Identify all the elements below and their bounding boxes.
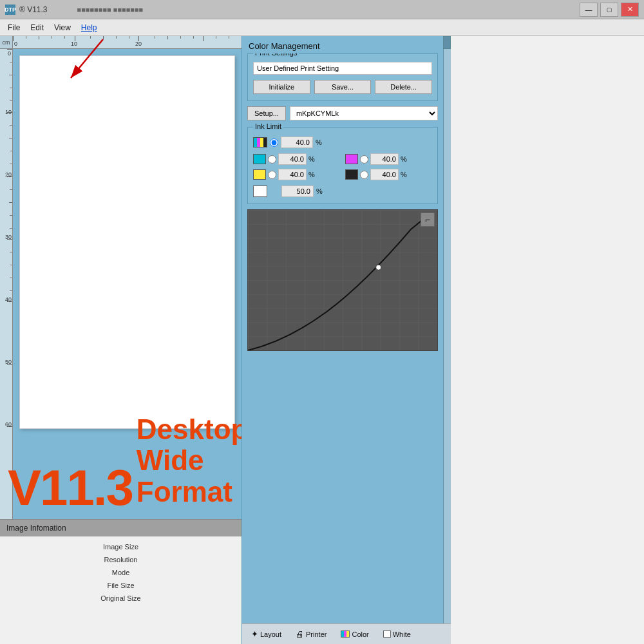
tab-layout[interactable]: ✦ Layout xyxy=(247,627,285,641)
initialize-button[interactable]: Initialize xyxy=(253,80,310,94)
app-icon: DTP xyxy=(5,5,15,15)
info-file-size: File Size xyxy=(13,582,229,589)
info-resolution: Resolution xyxy=(13,556,229,564)
cmyk-radio[interactable] xyxy=(270,138,278,147)
color-label: Color xyxy=(352,630,368,638)
ink-limit-label: Ink Limit xyxy=(253,122,283,130)
ink-limit-group: Ink Limit % % xyxy=(247,127,438,204)
color-management-title: Color Management xyxy=(242,36,451,53)
tab-color[interactable]: Color xyxy=(337,629,372,640)
doc-row: 0 10 20 30 40 50 60 xyxy=(0,49,242,519)
yellow-value-input[interactable] xyxy=(278,169,307,180)
image-info-content: Image Size Resolution Mode File Size Ori… xyxy=(0,536,242,644)
yellow-black-row: % % xyxy=(253,169,432,180)
tab-white[interactable]: White xyxy=(379,629,415,640)
curve-chart xyxy=(248,210,437,350)
yellow-cell: % xyxy=(253,169,340,180)
cyan-color-icon xyxy=(253,154,266,164)
print-settings-buttons: Initialize Save... Delete... xyxy=(253,80,432,94)
canvas-area: cm 0 10 20 xyxy=(0,36,242,519)
right-panel: Color Management Print Settings User Def… xyxy=(242,36,451,644)
white-value-input[interactable] xyxy=(281,185,314,197)
maximize-button[interactable]: □ xyxy=(600,3,618,17)
info-mode: Mode xyxy=(13,569,229,576)
magenta-color-icon xyxy=(345,154,358,164)
save-button[interactable]: Save... xyxy=(314,80,372,94)
titlebar: DTP ® V11.3 ■■■■■■■■ ■■■■■■■ — □ ✕ xyxy=(0,0,644,19)
magenta-value-input[interactable] xyxy=(370,153,399,165)
info-image-size: Image Size xyxy=(13,543,229,551)
menu-help[interactable]: Help xyxy=(76,21,102,34)
white-document xyxy=(19,55,235,429)
black-radio[interactable] xyxy=(360,171,368,179)
print-settings-dropdown[interactable]: User Defined Print Setting xyxy=(253,62,432,75)
white-color-icon xyxy=(253,185,267,197)
magenta-radio[interactable] xyxy=(360,155,368,164)
white-pct: % xyxy=(316,187,323,195)
info-original-size: Original Size xyxy=(13,594,229,602)
menu-edit[interactable]: Edit xyxy=(25,21,49,34)
tab-printer[interactable]: 🖨 Printer xyxy=(292,627,330,641)
scrollbar[interactable] xyxy=(443,36,451,623)
document-area xyxy=(13,49,242,519)
black-value-input[interactable] xyxy=(370,169,399,180)
cmyk-color-icon xyxy=(253,137,267,147)
white-row: % xyxy=(253,185,432,197)
cm-label: cm xyxy=(0,36,13,49)
chart-bracket-icon[interactable]: ⌐ xyxy=(421,213,435,227)
setup-dropdown[interactable]: mKpKCYMLk xyxy=(290,106,438,120)
red-arrow xyxy=(52,36,129,94)
black-pct: % xyxy=(401,171,407,178)
cyan-radio[interactable] xyxy=(268,155,276,164)
svg-point-4 xyxy=(376,265,381,270)
setup-button[interactable]: Setup... xyxy=(247,106,286,120)
close-button[interactable]: ✕ xyxy=(621,3,639,17)
cyan-magenta-row: % % xyxy=(253,153,432,165)
layout-label: Layout xyxy=(260,630,281,638)
left-panel: cm 0 10 20 xyxy=(0,36,242,644)
color-tab-icon xyxy=(341,630,350,638)
setup-row: Setup... mKpKCYMLk xyxy=(247,106,438,120)
titlebar-extra: ■■■■■■■■ ■■■■■■■ xyxy=(77,6,144,14)
cyan-pct: % xyxy=(308,155,315,163)
cyan-cell: % xyxy=(253,153,340,165)
menu-view[interactable]: View xyxy=(49,21,76,34)
print-settings-label: Print Settings xyxy=(253,53,299,57)
cmyk-value-input[interactable] xyxy=(281,137,313,148)
printer-icon: 🖨 xyxy=(296,629,304,639)
cm-content: Print Settings User Defined Print Settin… xyxy=(242,53,451,623)
magenta-cell: % xyxy=(345,153,432,165)
white-tab-icon xyxy=(383,630,391,638)
cyan-value-input[interactable] xyxy=(278,153,307,165)
black-color-icon xyxy=(345,169,358,180)
yellow-pct: % xyxy=(308,171,315,178)
minimize-button[interactable]: — xyxy=(580,3,598,17)
image-info-header: Image Infomation xyxy=(0,519,242,536)
delete-button[interactable]: Delete... xyxy=(375,80,432,94)
black-cell: % xyxy=(345,169,432,180)
magenta-pct: % xyxy=(401,155,407,163)
yellow-color-icon xyxy=(253,169,266,180)
titlebar-controls: — □ ✕ xyxy=(580,3,639,17)
menu-file[interactable]: File xyxy=(3,21,25,34)
print-settings-dropdown-wrapper: User Defined Print Setting xyxy=(253,62,432,80)
layout-icon: ✦ xyxy=(251,629,258,639)
image-info-section: Image Infomation Image Size Resolution M… xyxy=(0,519,242,644)
print-settings-group: Print Settings User Defined Print Settin… xyxy=(247,53,438,101)
titlebar-left: DTP ® V11.3 ■■■■■■■■ ■■■■■■■ xyxy=(5,5,143,15)
printer-label: Printer xyxy=(306,630,327,638)
main-content: cm 0 10 20 xyxy=(0,36,644,644)
svg-line-1 xyxy=(71,39,103,78)
app-name: ® V11.3 xyxy=(19,5,48,14)
cmyk-pct: % xyxy=(316,138,322,146)
canvas-section: cm 0 10 20 xyxy=(0,36,242,519)
yellow-radio[interactable] xyxy=(268,171,276,179)
white-label: White xyxy=(393,630,411,638)
left-ruler: 0 10 20 30 40 50 60 xyxy=(0,49,13,519)
bottom-tabs: ✦ Layout 🖨 Printer Color White xyxy=(242,623,451,644)
curve-chart-container: ⌐ xyxy=(247,209,438,351)
menubar: File Edit View Help xyxy=(0,19,644,36)
cmyk-row: % xyxy=(253,137,432,148)
